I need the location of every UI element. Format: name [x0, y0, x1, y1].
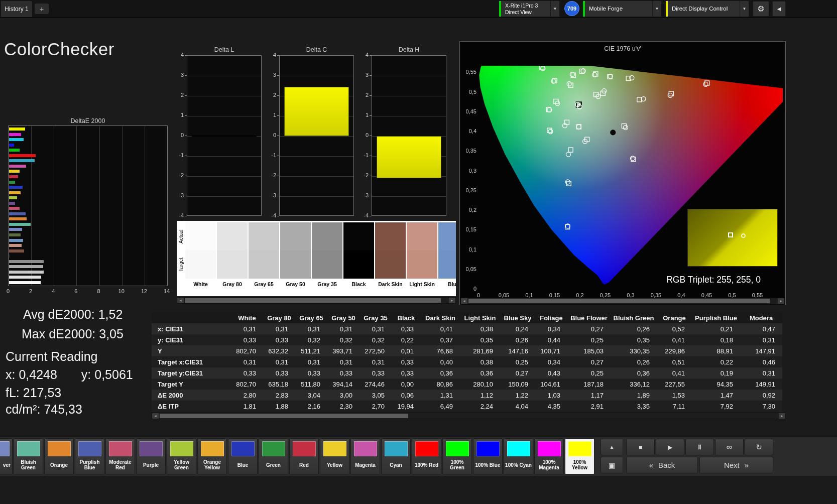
pattern-source-dropdown[interactable]: Mobile Forge ▼: [582, 1, 662, 17]
refresh-button[interactable]: ↻: [745, 439, 773, 455]
swatch-column-gray-35: Gray 35: [312, 222, 342, 296]
column-header-foliage: Foliage: [535, 312, 567, 323]
max-de2000-readout: Max dE2000: 3,05: [22, 327, 124, 341]
patch-button-yellow-green[interactable]: Yellow Green: [167, 438, 196, 474]
tab-history-1[interactable]: History 1: [1, 1, 32, 17]
cell: 0,51: [657, 356, 692, 367]
swatch-actual: [249, 222, 279, 250]
patch-swatch: [385, 441, 408, 456]
gridline: [280, 76, 353, 76]
next-button[interactable]: Next »: [699, 457, 773, 473]
patch-button-100-magenta[interactable]: 100% Magenta: [534, 438, 564, 474]
patch-button-purple[interactable]: Purple: [136, 438, 166, 474]
cell: 0,34: [535, 356, 567, 367]
scroll-patches-up-button[interactable]: ▲: [601, 439, 623, 455]
column-header-black: Black: [392, 312, 421, 323]
patch-button-green[interactable]: Green: [259, 438, 288, 474]
collapse-panel-button[interactable]: ◀: [772, 1, 786, 17]
fl-readout: fL: 217,53: [6, 386, 61, 400]
patch-button-100-yellow[interactable]: 100% Yellow: [565, 438, 594, 474]
scroll-left-icon[interactable]: ◄: [461, 298, 467, 304]
window-mode-button[interactable]: ▣: [601, 457, 623, 473]
continuous-measure-button[interactable]: ∞: [715, 439, 744, 455]
patch-label: ver: [0, 457, 12, 472]
results-table: WhiteGray 80Gray 65Gray 50Gray 35BlackDa…: [152, 312, 782, 412]
swatch-strip-row-labels: Actual Target: [177, 222, 185, 296]
axis-tick-label: -4: [171, 212, 184, 218]
patch-button-cyan[interactable]: Cyan: [381, 438, 411, 474]
swatch-strip-scrollbar[interactable]: ◄ ►: [177, 297, 456, 304]
cell: 330,35: [611, 345, 657, 356]
deltae-bar-moderate-red: [9, 207, 20, 210]
scroll-right-icon[interactable]: ►: [779, 413, 785, 419]
patch-button-magenta[interactable]: Magenta: [350, 438, 380, 474]
back-button[interactable]: « Back: [626, 457, 698, 473]
patch-button-100-cyan[interactable]: 100% Cyan: [504, 438, 533, 474]
row-label: Y: [152, 345, 231, 356]
axis-tick-label: 12: [137, 288, 151, 294]
gridline: [122, 126, 123, 286]
patch-button-100-green[interactable]: 100% Green: [442, 438, 472, 474]
scrollbar-thumb[interactable]: [160, 414, 408, 418]
deltae-bar-green: [9, 181, 15, 184]
add-tab-button[interactable]: +: [35, 4, 49, 14]
cell: 7,30: [740, 401, 782, 412]
patch-button-100-blue[interactable]: 100% Blue: [473, 438, 503, 474]
cell: 0,41: [657, 367, 692, 379]
pause-button[interactable]: Ⅱ: [685, 439, 714, 455]
cell: 0,40: [421, 356, 460, 367]
swatch-actual: [185, 222, 216, 250]
scroll-right-icon[interactable]: ►: [778, 298, 784, 304]
settings-button[interactable]: ⚙: [753, 1, 769, 17]
cell: 2,83: [263, 390, 295, 401]
scroll-right-icon[interactable]: ►: [449, 298, 455, 303]
display-control-dropdown[interactable]: Direct Display Control ▼: [665, 1, 749, 17]
deltae-bar-blue-sky: [9, 239, 23, 242]
scrollbar-track[interactable]: [467, 298, 778, 304]
patch-swatch: [293, 441, 316, 456]
row-label: Target Y: [152, 379, 231, 390]
cell: 0,32: [295, 334, 327, 345]
table-row-y: Y802,70632,32511,21393,71272,500,0176,68…: [152, 345, 782, 356]
patch-button-ver[interactable]: ver: [0, 438, 13, 474]
delta-l-title: Delta L: [187, 46, 262, 53]
pause-icon: Ⅱ: [698, 443, 701, 451]
scroll-left-icon[interactable]: ◄: [177, 298, 184, 303]
gridline: [372, 116, 446, 116]
patch-button-yellow[interactable]: Yellow: [320, 438, 349, 474]
window-icon: ▣: [609, 461, 615, 469]
patch-label: Cyan: [382, 457, 410, 472]
patch-button-100-red[interactable]: 100% Red: [412, 438, 441, 474]
patch-button-red[interactable]: Red: [289, 438, 319, 474]
cie-scrollbar[interactable]: ◄ ►: [460, 298, 785, 304]
scroll-left-icon[interactable]: ◄: [152, 413, 159, 419]
swatch-target: [375, 250, 406, 279]
cell: 0,31: [263, 356, 295, 367]
patch-button-orange-yellow[interactable]: Orange Yellow: [197, 438, 227, 474]
stop-button[interactable]: ■: [626, 439, 655, 455]
cell: 0,31: [740, 367, 782, 379]
patch-button-blue[interactable]: Blue: [228, 438, 258, 474]
patch-button-moderate-red[interactable]: Moderate Red: [105, 438, 135, 474]
cell: 0,06: [392, 390, 421, 401]
cell: 0,31: [263, 323, 295, 334]
scrollbar-track[interactable]: [159, 413, 779, 419]
meter-dropdown[interactable]: X-Rite i1Pro 3 Direct View ▼: [499, 1, 560, 17]
deltae-bar-purplish-blue: [9, 212, 26, 215]
colorspace-709-badge[interactable]: 709: [564, 1, 579, 16]
scrollbar-track[interactable]: [184, 298, 449, 303]
patch-button-purplish-blue[interactable]: Purplish Blue: [75, 438, 104, 474]
meter-label: X-Rite i1Pro 3 Direct View: [501, 1, 550, 17]
patch-button-orange[interactable]: Orange: [44, 438, 74, 474]
table-scrollbar[interactable]: ◄ ►: [152, 413, 786, 419]
cell: 1,53: [657, 390, 692, 401]
play-button[interactable]: ▶: [656, 439, 684, 455]
axis-tick-label: -3: [355, 192, 369, 198]
patch-button-bluish-green[interactable]: Bluish Green: [14, 438, 43, 474]
axis-tick-label: 0,2: [461, 207, 476, 213]
scrollbar-thumb[interactable]: [185, 298, 441, 303]
patch-label: Orange Yellow: [198, 457, 226, 472]
cell: 0,92: [740, 390, 782, 401]
scrollbar-thumb[interactable]: [468, 299, 770, 303]
chevron-down-icon: ▼: [652, 1, 661, 17]
